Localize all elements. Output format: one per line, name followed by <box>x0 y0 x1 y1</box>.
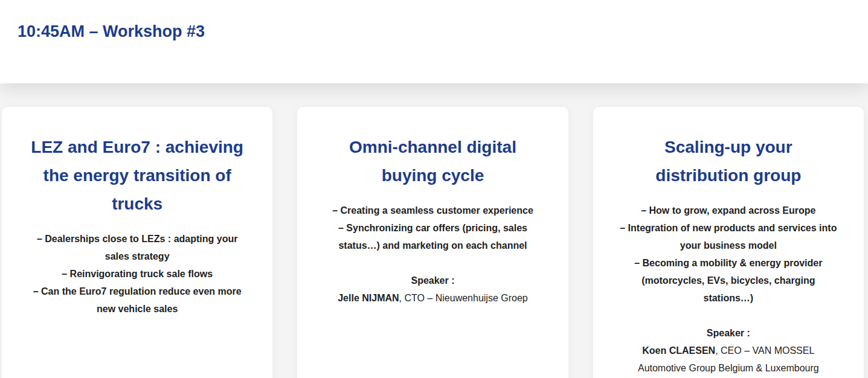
speaker-line: Koen CLAESEN, CEO – VAN MOSSEL Automotiv… <box>623 342 834 377</box>
bullet-item: – Becoming a mobility & energy provider … <box>617 254 840 307</box>
speaker-line: Jelle NIJMAN, CTO – Nieuwenhuijse Groep <box>327 289 538 307</box>
bullet-item: – Creating a seamless customer experienc… <box>321 202 544 219</box>
speaker-label: Speaker : <box>623 324 834 342</box>
bullet-item: – Can the Euro7 regulation reduce even m… <box>26 283 248 318</box>
bullet-item: – Synchronizing car offers (pricing, sal… <box>321 219 544 254</box>
workshop-card-lez-euro7: LEZ and Euro7 : achieving the energy tra… <box>2 107 272 378</box>
card-title: LEZ and Euro7 : achieving the energy tra… <box>26 133 248 218</box>
speaker-name: Koen CLAESEN <box>642 345 715 356</box>
bullet-item: – Integration of new products and servic… <box>617 219 840 254</box>
session-header: 10:45AM – Workshop #3 <box>0 0 868 83</box>
workshop-card-omni-channel: Omni-channel digital buying cycle – Crea… <box>297 107 568 378</box>
speaker-block: Speaker : Jelle NIJMAN, CTO – Nieuwenhui… <box>327 272 538 307</box>
card-bullets: – Dealerships close to LEZs : adapting y… <box>26 230 248 318</box>
bullet-item: – How to grow, expand across Europe <box>617 202 840 219</box>
speaker-name: Jelle NIJMAN <box>338 293 399 303</box>
speaker-role-company: , CTO – Nieuwenhuijse Groep <box>399 293 528 303</box>
bullet-item: – Dealerships close to LEZs : adapting y… <box>26 230 248 265</box>
session-title: 10:45AM – Workshop #3 <box>0 0 868 41</box>
card-bullets: – Creating a seamless customer experienc… <box>321 202 544 254</box>
card-title: Omni-channel digital buying cycle <box>333 133 532 190</box>
bullet-item: – Reinvigorating truck sale flows <box>26 265 248 283</box>
card-bullets: – How to grow, expand across Europe – In… <box>617 202 840 307</box>
workshop-cards: LEZ and Euro7 : achieving the energy tra… <box>0 83 868 378</box>
card-title: Scaling-up your distribution group <box>617 133 840 190</box>
workshop-card-scaling-up: Scaling-up your distribution group – How… <box>593 107 864 378</box>
speaker-block: Speaker : Koen CLAESEN, CEO – VAN MOSSEL… <box>623 324 834 377</box>
speaker-label: Speaker : <box>327 272 538 289</box>
